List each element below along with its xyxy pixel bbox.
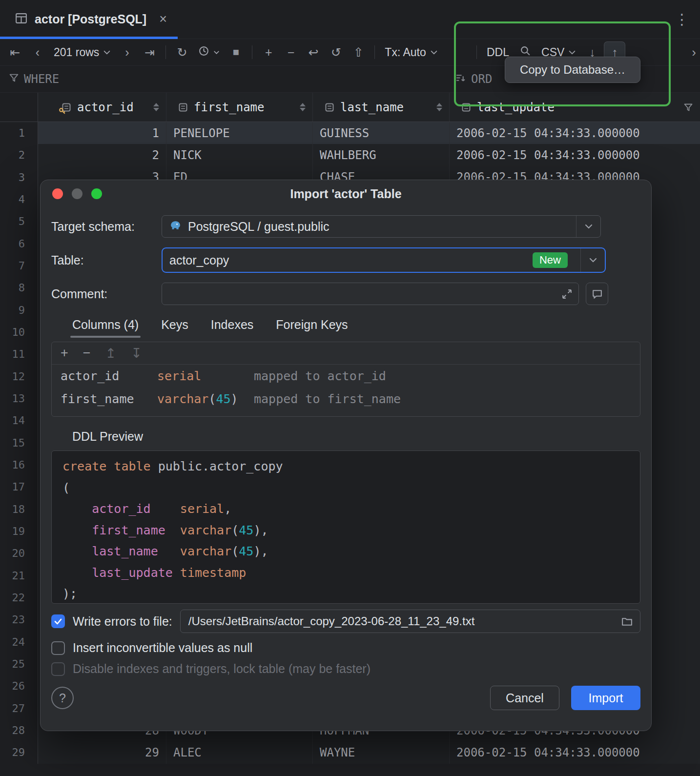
toolbar-overflow-button[interactable]: › bbox=[692, 39, 696, 65]
sort-icon[interactable] bbox=[153, 103, 159, 111]
row-number[interactable]: 28 bbox=[0, 719, 38, 741]
add-column-button[interactable]: + bbox=[61, 346, 68, 361]
tab-columns[interactable]: Columns (4) bbox=[72, 318, 139, 338]
row-number[interactable]: 21 bbox=[0, 565, 38, 587]
cell-actor-id[interactable]: 1 bbox=[38, 122, 166, 144]
row-number[interactable]: 17 bbox=[0, 476, 38, 498]
copy-to-database-tooltip[interactable]: Copy to Database… bbox=[505, 57, 640, 83]
row-number[interactable]: 6 bbox=[0, 233, 38, 255]
help-button[interactable]: ? bbox=[51, 687, 74, 709]
sort-lines-icon[interactable] bbox=[455, 72, 466, 86]
sort-icon[interactable] bbox=[300, 103, 306, 111]
cell-last-update[interactable]: 2006-02-15 04:34:33.000000 bbox=[450, 144, 700, 166]
cell-first-name[interactable]: NICK bbox=[166, 144, 313, 166]
first-page-button[interactable]: ⇤ bbox=[5, 42, 25, 62]
stop-button[interactable]: ■ bbox=[226, 42, 246, 62]
target-schema-select[interactable]: PostgreSQL / guest.public bbox=[162, 215, 601, 238]
tx-mode-dropdown[interactable]: Tx: Auto bbox=[381, 42, 441, 62]
folder-icon[interactable] bbox=[621, 615, 633, 628]
table-row[interactable]: 22NICKWAHLBERG2006-02-15 04:34:33.000000 bbox=[0, 144, 700, 166]
column-header-last_update[interactable]: last_update bbox=[450, 93, 700, 122]
rollback-button[interactable]: ↺ bbox=[326, 42, 346, 62]
header-filter-icon[interactable] bbox=[683, 102, 693, 112]
order-by-input[interactable]: ORD bbox=[471, 72, 492, 86]
expand-icon[interactable] bbox=[561, 288, 573, 300]
row-number[interactable]: 20 bbox=[0, 542, 38, 564]
row-number[interactable]: 4 bbox=[0, 188, 38, 210]
tab-close-icon[interactable]: × bbox=[159, 12, 167, 27]
table-row[interactable]: 2929ALECWAYNE2006-02-15 04:34:33.000000 bbox=[0, 741, 700, 763]
revert-button[interactable]: ↩ bbox=[303, 42, 324, 62]
minimize-window-button[interactable] bbox=[72, 188, 82, 199]
row-number[interactable]: 11 bbox=[0, 343, 38, 365]
previous-page-button[interactable]: ‹ bbox=[27, 42, 48, 62]
remove-column-button[interactable]: − bbox=[83, 346, 91, 361]
tab-foreign-keys[interactable]: Foreign Keys bbox=[276, 318, 348, 338]
row-number[interactable]: 10 bbox=[0, 321, 38, 343]
move-up-button[interactable]: ↥ bbox=[105, 346, 117, 361]
insert-null-checkbox[interactable] bbox=[51, 641, 65, 655]
tab-actor-postgresql[interactable]: actor [PostgreSQL] × bbox=[0, 0, 178, 39]
refresh-button[interactable]: ↻ bbox=[172, 42, 192, 62]
row-number[interactable]: 13 bbox=[0, 388, 38, 409]
next-page-button[interactable]: › bbox=[117, 42, 137, 62]
cell-first-name[interactable]: ALEC bbox=[166, 741, 313, 763]
cell-first-name[interactable]: PENELOPE bbox=[166, 122, 313, 144]
disable-indexes-checkbox[interactable] bbox=[51, 662, 65, 676]
row-number[interactable]: 25 bbox=[0, 653, 38, 675]
row-number[interactable]: 8 bbox=[0, 277, 38, 299]
write-errors-checkbox[interactable] bbox=[51, 614, 65, 628]
row-number[interactable]: 26 bbox=[0, 675, 38, 697]
row-number[interactable]: 1 bbox=[0, 122, 38, 144]
row-number[interactable]: 5 bbox=[0, 210, 38, 232]
cell-actor-id[interactable]: 29 bbox=[38, 741, 166, 763]
page-size-dropdown[interactable]: 201 rows bbox=[50, 42, 115, 62]
delete-row-button[interactable]: − bbox=[281, 42, 301, 62]
cancel-button[interactable]: Cancel bbox=[490, 686, 559, 710]
column-header-last_name[interactable]: last_name bbox=[313, 93, 450, 122]
column-mapping-row[interactable]: first_namevarchar(45)mapped to first_nam… bbox=[52, 388, 640, 410]
row-number[interactable]: 22 bbox=[0, 587, 38, 609]
row-number[interactable]: 7 bbox=[0, 255, 38, 277]
move-down-button[interactable]: ↧ bbox=[131, 346, 142, 361]
row-number[interactable]: 3 bbox=[0, 166, 38, 188]
row-number[interactable]: 14 bbox=[0, 409, 38, 431]
column-mapping-row[interactable]: actor_idserialmapped to actor_id bbox=[52, 365, 640, 388]
column-mapping-row[interactable]: last_namevarchar(45)mapped to last_name bbox=[52, 410, 640, 417]
sort-icon[interactable] bbox=[436, 103, 442, 111]
cell-actor-id[interactable]: 2 bbox=[38, 144, 166, 166]
chevron-down-icon[interactable] bbox=[580, 248, 605, 272]
row-number[interactable]: 12 bbox=[0, 366, 38, 388]
row-number[interactable]: 27 bbox=[0, 697, 38, 719]
column-header-actor_id[interactable]: actor_id bbox=[38, 93, 166, 122]
error-file-path-input[interactable]: /Users/JetBrains/actor_copy_2023-06-28_1… bbox=[180, 610, 640, 633]
zoom-window-button[interactable] bbox=[91, 188, 102, 199]
kebab-menu-icon[interactable]: ⋮ bbox=[675, 0, 689, 39]
column-header-first_name[interactable]: first_name bbox=[166, 93, 313, 122]
cell-last-name[interactable]: WAHLBERG bbox=[313, 144, 450, 166]
submit-button[interactable]: ⇧ bbox=[348, 42, 369, 62]
cell-last-name[interactable]: GUINESS bbox=[313, 122, 450, 144]
row-number[interactable]: 16 bbox=[0, 454, 38, 476]
row-number[interactable]: 15 bbox=[0, 432, 38, 454]
row-number[interactable]: 24 bbox=[0, 631, 38, 653]
close-window-button[interactable] bbox=[52, 188, 63, 199]
row-number[interactable]: 18 bbox=[0, 498, 38, 520]
last-page-button[interactable]: ⇥ bbox=[139, 42, 160, 62]
cell-last-update[interactable]: 2006-02-15 04:34:33.000000 bbox=[450, 741, 700, 763]
where-clause-input[interactable]: WHERE bbox=[24, 72, 59, 86]
comment-input[interactable] bbox=[162, 283, 579, 305]
cell-last-name[interactable]: WAYNE bbox=[313, 741, 450, 763]
tab-indexes[interactable]: Indexes bbox=[211, 318, 254, 338]
row-number[interactable]: 29 bbox=[0, 741, 38, 763]
table-row[interactable]: 11PENELOPEGUINESS2006-02-15 04:34:33.000… bbox=[0, 122, 700, 144]
row-number[interactable]: 23 bbox=[0, 609, 38, 631]
cell-last-update[interactable]: 2006-02-15 04:34:33.000000 bbox=[450, 122, 700, 144]
auto-refresh-dropdown[interactable] bbox=[194, 42, 224, 62]
row-number[interactable]: 2 bbox=[0, 144, 38, 166]
table-name-input[interactable]: actor_copy New bbox=[162, 247, 606, 273]
add-row-button[interactable]: + bbox=[258, 42, 279, 62]
import-button[interactable]: Import bbox=[571, 686, 640, 710]
tab-keys[interactable]: Keys bbox=[161, 318, 188, 338]
row-number[interactable]: 19 bbox=[0, 520, 38, 542]
